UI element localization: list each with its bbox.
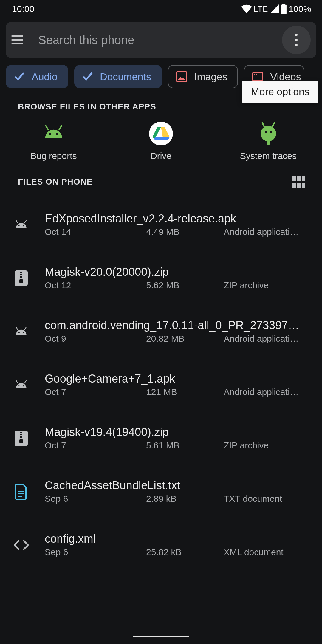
file-type: ZIP archive bbox=[224, 280, 310, 290]
file-date: Oct 14 bbox=[45, 227, 146, 237]
svg-rect-19 bbox=[297, 183, 301, 188]
image-icon bbox=[176, 71, 188, 83]
svg-rect-28 bbox=[20, 276, 22, 278]
file-size: 20.82 MB bbox=[146, 334, 224, 344]
svg-rect-42 bbox=[19, 439, 23, 443]
chip-audio[interactable]: Audio bbox=[6, 65, 68, 88]
svg-point-9 bbox=[261, 126, 276, 141]
file-meta: Sep 6 2.89 kB TXT document bbox=[45, 494, 310, 504]
xml-icon bbox=[13, 536, 30, 554]
svg-line-10 bbox=[262, 123, 264, 127]
battery-icon bbox=[281, 4, 287, 14]
more-options-button[interactable] bbox=[282, 26, 311, 54]
svg-point-23 bbox=[18, 225, 20, 226]
svg-line-22 bbox=[24, 220, 26, 223]
svg-point-37 bbox=[23, 385, 24, 386]
svg-rect-12 bbox=[267, 140, 270, 145]
svg-rect-26 bbox=[20, 272, 22, 273]
file-type: XML document bbox=[224, 547, 310, 557]
svg-rect-41 bbox=[20, 436, 22, 438]
battery-percentage: 100% bbox=[288, 4, 311, 14]
file-meta: Oct 9 20.82 MB Android applicati… bbox=[45, 334, 310, 344]
svg-point-33 bbox=[23, 332, 24, 333]
svg-rect-29 bbox=[19, 279, 23, 283]
file-row[interactable]: EdXposedInstaller_v2.2.4-release.apk Oct… bbox=[0, 198, 322, 251]
zip-icon bbox=[13, 430, 30, 447]
file-date: Sep 6 bbox=[45, 547, 146, 557]
nav-pill bbox=[133, 636, 189, 637]
file-name: config.xml bbox=[45, 532, 310, 545]
file-meta: Oct 7 5.61 MB ZIP archive bbox=[45, 440, 310, 451]
chip-label: Images bbox=[194, 71, 227, 83]
svg-rect-40 bbox=[20, 434, 22, 435]
svg-point-36 bbox=[18, 385, 20, 386]
file-date: Oct 9 bbox=[45, 334, 146, 344]
other-apps-row: Bug reports Drive System traces bbox=[0, 117, 322, 170]
file-name: CachedAssetBundleList.txt bbox=[45, 479, 310, 492]
svg-line-30 bbox=[16, 327, 18, 329]
file-date: Oct 7 bbox=[45, 387, 146, 397]
svg-line-31 bbox=[24, 327, 26, 329]
check-icon bbox=[14, 71, 25, 82]
file-meta: Oct 12 5.62 MB ZIP archive bbox=[45, 280, 310, 290]
file-date: Sep 6 bbox=[45, 494, 146, 504]
file-size: 121 MB bbox=[146, 387, 224, 397]
zip-icon bbox=[13, 270, 30, 287]
file-name: Magisk-v20.0(20000).zip bbox=[45, 266, 310, 278]
file-date: Oct 12 bbox=[45, 280, 146, 290]
search-input[interactable]: Search this phone bbox=[38, 33, 270, 47]
more-options-tooltip: More options bbox=[242, 80, 318, 103]
file-size: 5.61 MB bbox=[146, 440, 224, 451]
svg-rect-20 bbox=[302, 183, 305, 188]
svg-rect-0 bbox=[177, 72, 186, 81]
file-row[interactable]: Magisk-v19.4(19400).zip Oct 7 5.61 MB ZI… bbox=[0, 411, 322, 465]
svg-rect-39 bbox=[20, 432, 22, 433]
chip-documents[interactable]: Documents bbox=[74, 65, 162, 88]
bugdroid-round-icon bbox=[256, 122, 280, 145]
svg-point-8 bbox=[149, 122, 173, 145]
file-meta: Sep 6 25.82 kB XML document bbox=[45, 547, 310, 557]
file-row[interactable]: CachedAssetBundleList.txt Sep 6 2.89 kB … bbox=[0, 465, 322, 518]
chip-images[interactable]: Images bbox=[168, 65, 238, 88]
app-system-traces[interactable]: System traces bbox=[230, 122, 307, 161]
file-type: ZIP archive bbox=[224, 440, 310, 451]
svg-point-24 bbox=[23, 225, 24, 226]
menu-button[interactable] bbox=[11, 33, 26, 47]
svg-line-11 bbox=[272, 123, 274, 127]
svg-line-21 bbox=[16, 220, 18, 223]
check-icon bbox=[82, 71, 93, 82]
grid-view-button[interactable] bbox=[292, 176, 305, 188]
svg-point-13 bbox=[265, 131, 267, 133]
file-row[interactable]: com.android.vending_17.0.11-all_0_PR_273… bbox=[0, 305, 322, 358]
file-size: 2.89 kB bbox=[146, 494, 224, 504]
svg-rect-15 bbox=[292, 176, 296, 181]
chip-label: Audio bbox=[32, 71, 58, 83]
file-row[interactable]: config.xml Sep 6 25.82 kB XML document bbox=[0, 518, 322, 572]
svg-rect-1 bbox=[253, 73, 263, 81]
bugdroid-icon bbox=[42, 122, 66, 145]
app-bug-reports[interactable]: Bug reports bbox=[15, 122, 92, 161]
file-size: 4.49 MB bbox=[146, 227, 224, 237]
file-name: Google+Camera+7_1.apk bbox=[45, 372, 310, 385]
svg-point-32 bbox=[18, 332, 20, 333]
file-row[interactable]: Magisk-v20.0(20000).zip Oct 12 5.62 MB Z… bbox=[0, 251, 322, 305]
drive-icon bbox=[149, 122, 173, 145]
file-name: com.android.vending_17.0.11-all_0_PR_273… bbox=[45, 319, 310, 332]
grid-icon bbox=[292, 176, 305, 188]
apk-icon bbox=[13, 323, 30, 340]
file-size: 5.62 MB bbox=[146, 280, 224, 290]
chip-label: Documents bbox=[100, 71, 151, 83]
svg-line-4 bbox=[46, 126, 48, 129]
apk-icon bbox=[13, 376, 30, 394]
nav-bar[interactable] bbox=[0, 630, 322, 644]
svg-point-14 bbox=[270, 131, 272, 133]
svg-rect-17 bbox=[302, 176, 305, 181]
file-meta: Oct 7 121 MB Android applicati… bbox=[45, 387, 310, 397]
txt-icon bbox=[13, 483, 30, 500]
clock: 10:00 bbox=[12, 4, 34, 14]
file-list: EdXposedInstaller_v2.2.4-release.apk Oct… bbox=[0, 190, 322, 572]
file-row[interactable]: Google+Camera+7_1.apk Oct 7 121 MB Andro… bbox=[0, 358, 322, 411]
search-bar[interactable]: Search this phone bbox=[6, 22, 316, 58]
app-drive[interactable]: Drive bbox=[122, 122, 200, 161]
svg-point-2 bbox=[254, 74, 255, 75]
